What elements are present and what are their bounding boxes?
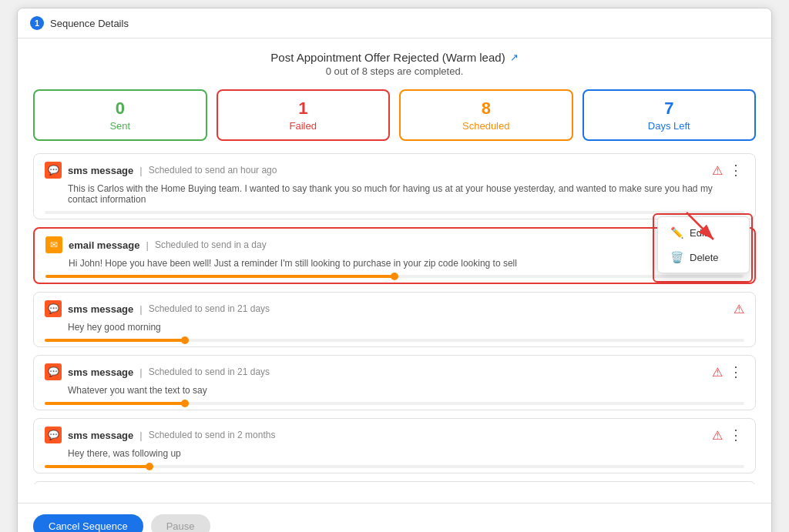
seq-item-header-4: 💬 sms message | Scheduled to send in 21 … — [45, 363, 744, 380]
progress-bar-1 — [45, 211, 744, 214]
progress-bar-3 — [45, 339, 744, 342]
stat-label-days-left: Days Left — [584, 120, 755, 132]
pause-button[interactable]: Pause — [151, 514, 210, 532]
msg-type-icon-4: 💬 — [45, 363, 62, 380]
window-title: Sequence Details — [50, 18, 129, 29]
delete-label: Delete — [690, 252, 719, 263]
more-options-button-5[interactable]: ⋮ — [727, 428, 744, 442]
page-title: Post Appointment Offer Rejected (Warm le… — [270, 51, 505, 64]
delete-icon: 🗑️ — [670, 251, 683, 263]
seq-item-header-2: ✉ email message | Scheduled to send in a… — [45, 236, 744, 253]
msg-type-icon-2: ✉ — [45, 236, 62, 253]
alert-icon: ⚠ — [712, 163, 723, 178]
msg-actions-5: ⚠⋮ — [712, 428, 744, 443]
stat-number-failed: 1 — [218, 99, 389, 119]
progress-bar-4 — [45, 402, 744, 405]
msg-body-5: Hey there, was following up — [45, 448, 744, 459]
stats-row: 0 Sent 1 Failed 8 Scheduled 7 Days Left — [33, 89, 756, 141]
msg-body-2: Hi John! Hope you have been well! Just a… — [45, 258, 744, 269]
seq-item-header-3: 💬 sms message | Scheduled to send in 21 … — [45, 300, 744, 317]
app-window: 1 Sequence Details Post Appointment Offe… — [17, 8, 772, 532]
stat-card-days-left[interactable]: 7 Days Left — [583, 89, 757, 141]
progress-bar-5 — [45, 465, 744, 468]
edit-label: Edit — [690, 227, 707, 239]
context-menu-edit[interactable]: ✏️ Edit — [658, 220, 749, 245]
sequence-item-4: 💬 sms message | Scheduled to send in 21 … — [33, 355, 756, 410]
sequence-list: 💬 sms message | Scheduled to send an hou… — [33, 153, 756, 484]
msg-body-3: Hey hey good morning — [45, 322, 744, 333]
progress-bar-2 — [45, 275, 744, 278]
msg-body-4: Whatever you want the text to say — [45, 385, 744, 396]
msg-schedule-2: Scheduled to send in a day — [155, 239, 267, 250]
edit-icon: ✏️ — [670, 226, 683, 239]
sequence-item-1: 💬 sms message | Scheduled to send an hou… — [33, 153, 756, 219]
msg-type-label-2: email message — [69, 239, 140, 251]
msg-type-icon-1: 💬 — [45, 162, 62, 179]
msg-divider-5: | — [139, 430, 142, 441]
sequence-item-6: 🎤 voicemail message | Scheduled to send … — [33, 481, 756, 484]
sequence-item-2: ✉ email message | Scheduled to send in a… — [33, 227, 756, 284]
stat-label-sent: Sent — [35, 120, 206, 132]
page-heading: Post Appointment Offer Rejected (Warm le… — [33, 51, 756, 77]
msg-schedule-1: Scheduled to send an hour ago — [149, 165, 277, 176]
msg-actions-1: ⚠⋮ — [712, 163, 744, 178]
msg-body-1: This is Carlos with the Home Buying team… — [45, 183, 744, 205]
external-link-icon[interactable]: ↗ — [510, 52, 519, 63]
title-row: Post Appointment Offer Rejected (Warm le… — [33, 51, 756, 64]
cancel-sequence-button[interactable]: Cancel Sequence — [33, 514, 143, 532]
stat-card-failed[interactable]: 1 Failed — [217, 89, 391, 141]
steps-completed: 0 out of 8 steps are completed. — [33, 65, 756, 77]
msg-divider-4: | — [139, 366, 142, 378]
footer-actions: Cancel Sequence Pause — [18, 503, 771, 532]
seq-item-header-1: 💬 sms message | Scheduled to send an hou… — [45, 162, 744, 179]
msg-type-label-5: sms message — [68, 430, 133, 441]
msg-divider-1: | — [139, 165, 142, 176]
msg-divider-3: | — [139, 303, 142, 315]
msg-type-icon-3: 💬 — [45, 300, 62, 317]
stat-card-scheduled[interactable]: 8 Scheduled — [399, 89, 573, 141]
msg-schedule-3: Scheduled to send in 21 days — [149, 303, 270, 314]
stat-number-sent: 0 — [35, 99, 206, 119]
context-menu-delete[interactable]: 🗑️ Delete — [658, 245, 749, 269]
sequence-item-3: 💬 sms message | Scheduled to send in 21 … — [33, 292, 756, 347]
msg-actions-4: ⚠⋮ — [712, 365, 744, 380]
msg-type-label-1: sms message — [68, 165, 133, 176]
stat-label-scheduled: Scheduled — [401, 120, 572, 132]
sequence-item-5: 💬 sms message | Scheduled to send in 2 m… — [33, 418, 756, 473]
msg-actions-3: ⚠ — [734, 302, 744, 316]
stat-label-failed: Failed — [218, 120, 389, 132]
window-header: 1 Sequence Details — [18, 8, 771, 38]
msg-type-label-4: sms message — [68, 366, 133, 378]
msg-type-label-3: sms message — [68, 303, 133, 315]
seq-item-header-5: 💬 sms message | Scheduled to send in 2 m… — [45, 427, 744, 443]
context-menu: ✏️ Edit 🗑️ Delete — [657, 216, 750, 273]
msg-schedule-4: Scheduled to send in 21 days — [149, 366, 270, 377]
main-content: Post Appointment Offer Rejected (Warm le… — [18, 38, 771, 497]
alert-icon: ⚠ — [712, 428, 723, 443]
alert-icon: ⚠ — [712, 365, 723, 380]
stat-number-days-left: 7 — [584, 99, 755, 119]
alert-icon: ⚠ — [734, 302, 744, 316]
msg-type-icon-5: 💬 — [45, 427, 62, 443]
more-options-button-1[interactable]: ⋮ — [727, 163, 744, 177]
msg-schedule-5: Scheduled to send in 2 months — [149, 430, 276, 440]
stat-card-sent[interactable]: 0 Sent — [33, 89, 207, 141]
more-options-button-4[interactable]: ⋮ — [727, 365, 744, 379]
stat-number-scheduled: 8 — [401, 99, 572, 119]
msg-divider-2: | — [146, 239, 149, 251]
window-badge: 1 — [30, 16, 44, 30]
